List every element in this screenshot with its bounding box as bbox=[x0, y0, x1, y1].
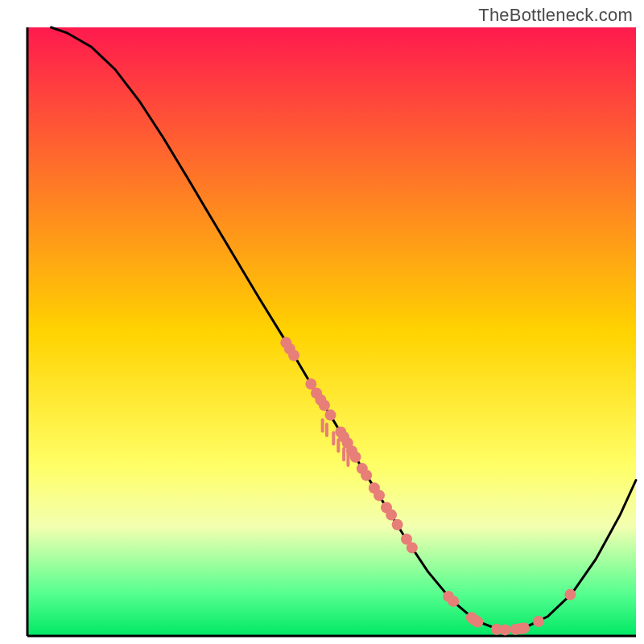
data-point bbox=[374, 489, 385, 501]
watermark-text: TheBottleneck.com bbox=[478, 5, 633, 26]
data-point bbox=[325, 410, 336, 421]
chart-container: TheBottleneck.com bbox=[0, 0, 644, 644]
data-point bbox=[361, 469, 372, 481]
data-point bbox=[386, 510, 397, 521]
data-point bbox=[533, 616, 544, 627]
data-point bbox=[350, 452, 361, 463]
data-point bbox=[407, 542, 418, 553]
data-point bbox=[319, 400, 330, 411]
data-point bbox=[500, 624, 511, 635]
data-point bbox=[392, 519, 403, 530]
data-point bbox=[288, 350, 299, 361]
data-point bbox=[448, 596, 459, 607]
gradient-background bbox=[27, 27, 636, 636]
bottleneck-chart bbox=[0, 0, 644, 644]
data-point bbox=[518, 622, 530, 634]
data-point bbox=[564, 589, 576, 601]
data-point bbox=[472, 617, 483, 628]
